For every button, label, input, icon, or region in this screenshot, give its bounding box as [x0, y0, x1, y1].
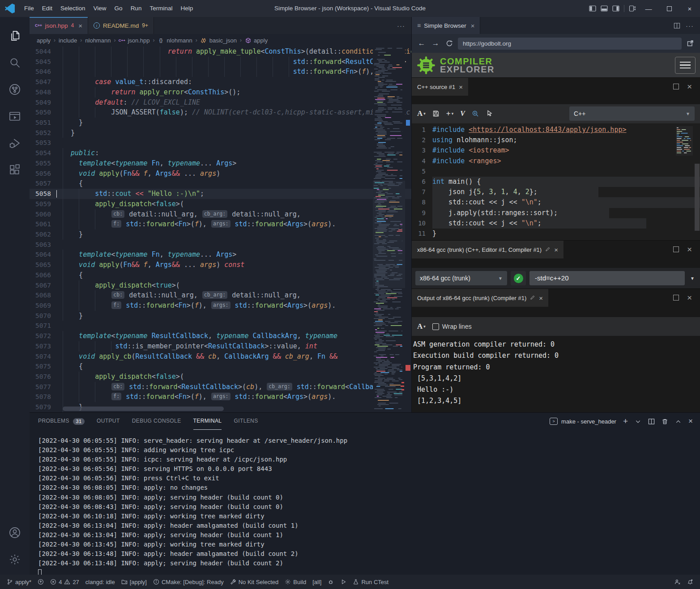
- maximize-button[interactable]: [659, 0, 679, 17]
- font-size-button[interactable]: A▾: [417, 322, 426, 331]
- new-terminal-icon[interactable]: +: [623, 416, 628, 426]
- menu-help[interactable]: Help: [176, 0, 197, 17]
- activity-bar-run-debug[interactable]: [4, 131, 26, 155]
- status-git-branch[interactable]: apply*: [4, 575, 34, 589]
- status-build-target[interactable]: [all]: [309, 575, 324, 589]
- split-editor-icon[interactable]: [674, 22, 680, 29]
- edit-icon[interactable]: [530, 295, 535, 301]
- code-editor[interactable]: 5044504550465047504850495050505150525053…: [30, 47, 411, 412]
- status-problems-summary[interactable]: 427: [47, 575, 82, 589]
- kill-terminal-icon[interactable]: [662, 418, 668, 425]
- breadcrumb-item[interactable]: apply: [37, 37, 51, 44]
- maximize-panel-icon[interactable]: [675, 418, 682, 425]
- panel-tab-output[interactable]: OUTPUT: [97, 413, 120, 430]
- status-cmake-build[interactable]: Build: [282, 575, 309, 589]
- status-cmake-status[interactable]: CMake: [Debug]: Ready: [150, 575, 227, 589]
- menu-view[interactable]: View: [90, 0, 111, 17]
- maximize-pane-icon[interactable]: [673, 84, 679, 89]
- url-input[interactable]: https://godbolt.org: [458, 38, 682, 50]
- breadcrumb-item[interactable]: json.hpp: [128, 37, 149, 44]
- close-icon[interactable]: ×: [471, 22, 475, 30]
- activity-bar-search[interactable]: [4, 51, 26, 74]
- horizontal-scrollbar[interactable]: [63, 407, 224, 411]
- breadcrumb-item[interactable]: basic_json: [209, 37, 237, 44]
- panel-tab-problems[interactable]: PROBLEMS31: [38, 413, 85, 430]
- compiler-options-input[interactable]: -std=c++20: [529, 271, 685, 285]
- activity-bar-settings[interactable]: [4, 548, 26, 571]
- activity-bar-source-control[interactable]: [4, 78, 26, 101]
- save-icon[interactable]: [432, 110, 440, 117]
- output-pane-tab[interactable]: Output of x86-64 gcc (trunk) (Compiler #…: [412, 289, 548, 307]
- options-dropdown-icon[interactable]: ▼: [688, 276, 696, 281]
- source-pane-tab[interactable]: C++ source #1 ×: [412, 78, 468, 96]
- menu-edit[interactable]: Edit: [38, 0, 56, 17]
- close-icon[interactable]: ×: [78, 22, 82, 30]
- minimap[interactable]: [373, 47, 405, 412]
- close-pane-icon[interactable]: ×: [687, 84, 692, 89]
- minimize-button[interactable]: —: [638, 0, 659, 17]
- vim-mode-icon[interactable]: V: [460, 110, 465, 118]
- close-pane-icon[interactable]: ×: [687, 295, 692, 301]
- maximize-pane-icon[interactable]: [673, 246, 679, 252]
- tab-readme-md[interactable]: README.md 9+: [88, 17, 154, 34]
- ce-source-editor[interactable]: 1234567891011 #include <https://localhos…: [412, 123, 700, 240]
- close-icon[interactable]: ×: [459, 83, 463, 91]
- terminal-dropdown-icon[interactable]: [635, 418, 641, 425]
- panel-tab-terminal[interactable]: TERMINAL: [193, 413, 222, 430]
- split-terminal-icon[interactable]: [648, 418, 655, 425]
- compiler-select[interactable]: x86-64 gcc (trunk) ▼: [415, 271, 507, 285]
- close-window-button[interactable]: ×: [679, 0, 700, 17]
- toggle-secondary-sidebar-icon[interactable]: [610, 0, 622, 17]
- back-icon[interactable]: ←: [416, 39, 427, 48]
- language-select[interactable]: C++ ▼: [569, 106, 695, 121]
- close-icon[interactable]: ×: [554, 246, 558, 254]
- font-size-button[interactable]: A▾: [417, 109, 426, 118]
- breadcrumb-item[interactable]: nlohmann: [167, 37, 192, 44]
- status-run-button[interactable]: [337, 575, 350, 589]
- edit-icon[interactable]: [545, 246, 551, 253]
- add-pane-button[interactable]: +▾: [446, 109, 453, 118]
- menu-selection[interactable]: Selection: [56, 0, 90, 17]
- tab-json-hpp[interactable]: json.hpp 4 ×: [30, 17, 88, 34]
- menu-terminal[interactable]: Terminal: [145, 0, 176, 17]
- menu-go[interactable]: Go: [111, 0, 127, 17]
- forward-icon[interactable]: →: [430, 39, 441, 48]
- activity-bar-extensions[interactable]: [4, 158, 26, 182]
- close-panel-icon[interactable]: ×: [688, 417, 693, 426]
- editor-actions-more-icon[interactable]: ···: [397, 22, 405, 30]
- terminal-instance-label[interactable]: make - serve_header: [561, 418, 616, 425]
- status-active-project[interactable]: [apply]: [118, 575, 150, 589]
- terminal[interactable]: [2022-04-30 06:05:55] INFO: serve_header…: [30, 430, 700, 575]
- status-run-ctest[interactable]: Run CTest: [350, 575, 392, 589]
- status-debug-button[interactable]: [324, 575, 337, 589]
- hamburger-menu-icon[interactable]: [675, 57, 696, 74]
- activity-bar-live-preview[interactable]: [4, 105, 26, 128]
- ce-scrollbar[interactable]: [695, 164, 700, 231]
- open-external-icon[interactable]: [685, 40, 696, 47]
- status-clangd-status[interactable]: clangd: idle: [82, 575, 118, 589]
- status-notifications[interactable]: [684, 575, 696, 589]
- customize-layout-icon[interactable]: [627, 0, 638, 17]
- status-feedback[interactable]: [671, 575, 684, 589]
- maximize-pane-icon[interactable]: [673, 295, 679, 301]
- status-cmake-kit[interactable]: No Kit Selected: [227, 575, 282, 589]
- reload-icon[interactable]: [444, 40, 455, 47]
- menu-file[interactable]: File: [20, 0, 38, 17]
- close-pane-icon[interactable]: ×: [687, 246, 692, 252]
- cursor-jump-icon[interactable]: [486, 110, 493, 117]
- tab-simple-browser[interactable]: Simple Browser ×: [412, 17, 480, 34]
- activity-bar-accounts[interactable]: [4, 521, 26, 544]
- status-publish-changes[interactable]: [34, 575, 47, 589]
- panel-tab-gitlens[interactable]: GITLENS: [234, 413, 258, 430]
- panel-tab-debug-console[interactable]: DEBUG CONSOLE: [132, 413, 181, 430]
- menu-run[interactable]: Run: [127, 0, 146, 17]
- activity-bar-explorer[interactable]: [4, 24, 26, 47]
- close-icon[interactable]: ×: [539, 294, 543, 302]
- browser-more-icon[interactable]: ···: [686, 22, 694, 30]
- breadcrumb-item[interactable]: include: [59, 37, 77, 44]
- breadcrumb-item[interactable]: nlohmann: [85, 37, 111, 44]
- wrap-lines-checkbox[interactable]: [432, 323, 439, 330]
- breadcrumb-item[interactable]: apply: [254, 37, 268, 44]
- toggle-panel-icon[interactable]: [598, 0, 610, 17]
- compiler-pane-tab[interactable]: x86-64 gcc (trunk) (C++, Editor #1, Comp…: [412, 241, 563, 258]
